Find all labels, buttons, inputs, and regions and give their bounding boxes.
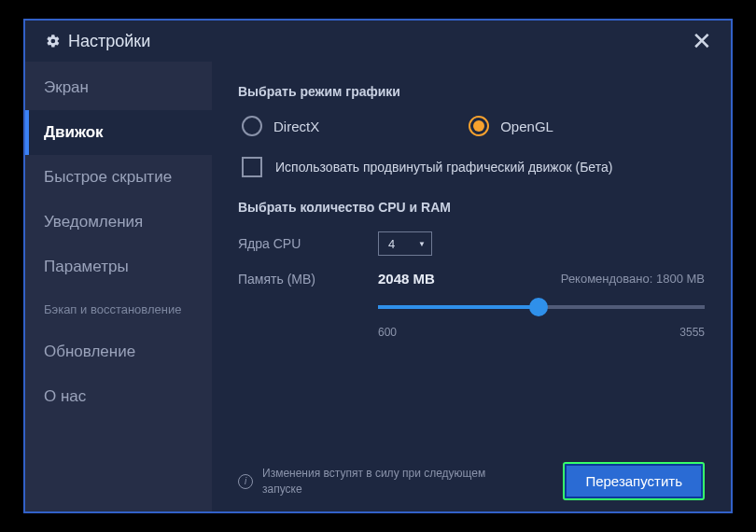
sidebar-item-notifications[interactable]: Уведомления <box>25 200 212 245</box>
settings-window: Настройки ✕ Экран Движок Быстрое скрытие… <box>23 19 733 513</box>
cpu-select-value: 4 <box>388 237 395 251</box>
cpu-row: Ядра CPU 4 ▼ <box>238 231 705 256</box>
sidebar-item-backup[interactable]: Бэкап и восстановление <box>25 289 212 329</box>
cpu-select[interactable]: 4 ▼ <box>378 231 432 256</box>
slider-max-label: 3555 <box>679 326 705 339</box>
graphics-mode-title: Выбрать режим графики <box>238 84 705 99</box>
memory-row: Память (MB) 2048 MB Рекомендовано: 1800 … <box>238 271 705 287</box>
radio-circle-icon <box>242 116 262 136</box>
slider-labels: 600 3555 <box>378 326 705 339</box>
radio-opengl[interactable]: OpenGL <box>469 116 553 136</box>
memory-recommended: Рекомендовано: 1800 MB <box>561 272 705 286</box>
memory-slider[interactable] <box>378 305 705 309</box>
content-pane: Выбрать режим графики DirectX OpenGL Исп… <box>212 62 731 511</box>
sidebar-item-update[interactable]: Обновление <box>25 329 212 374</box>
titlebar: Настройки ✕ <box>25 21 731 62</box>
advanced-engine-label: Использовать продвинутый графический дви… <box>275 160 612 175</box>
radio-directx-label: DirectX <box>273 119 319 134</box>
cpu-ram-title: Выбрать количество CPU и RAM <box>238 200 705 215</box>
sidebar-item-engine[interactable]: Движок <box>25 110 212 155</box>
slider-min-label: 600 <box>378 326 397 339</box>
close-icon[interactable]: ✕ <box>686 25 718 57</box>
slider-thumb[interactable] <box>529 298 548 316</box>
window-title: Настройки <box>68 32 150 51</box>
gear-icon <box>46 34 61 49</box>
checkbox-box-icon <box>242 157 262 177</box>
memory-value: 2048 MB <box>378 271 435 287</box>
graphics-mode-radios: DirectX OpenGL <box>238 116 705 136</box>
radio-circle-icon <box>469 116 489 136</box>
slider-fill <box>378 305 539 309</box>
body: Экран Движок Быстрое скрытие Уведомления… <box>25 62 731 511</box>
footer: i Изменения вступят в силу при следующем… <box>238 451 705 500</box>
advanced-engine-checkbox[interactable]: Использовать продвинутый графический дви… <box>238 157 705 177</box>
restart-button[interactable]: Перезапустить <box>563 462 705 500</box>
sidebar-item-about[interactable]: О нас <box>25 374 212 419</box>
memory-label: Память (MB) <box>238 272 378 287</box>
chevron-down-icon: ▼ <box>418 240 426 248</box>
sidebar-item-screen[interactable]: Экран <box>25 65 212 110</box>
cpu-label: Ядра CPU <box>238 236 378 251</box>
sidebar: Экран Движок Быстрое скрытие Уведомления… <box>25 62 212 511</box>
radio-directx[interactable]: DirectX <box>242 116 319 136</box>
sidebar-item-bosshide[interactable]: Быстрое скрытие <box>25 155 212 200</box>
info-icon: i <box>238 474 253 489</box>
footer-note: Изменения вступят в силу при следующем з… <box>262 466 524 497</box>
memory-slider-wrap: 600 3555 <box>378 305 705 339</box>
sidebar-item-parameters[interactable]: Параметры <box>25 245 212 289</box>
radio-opengl-label: OpenGL <box>500 119 553 134</box>
